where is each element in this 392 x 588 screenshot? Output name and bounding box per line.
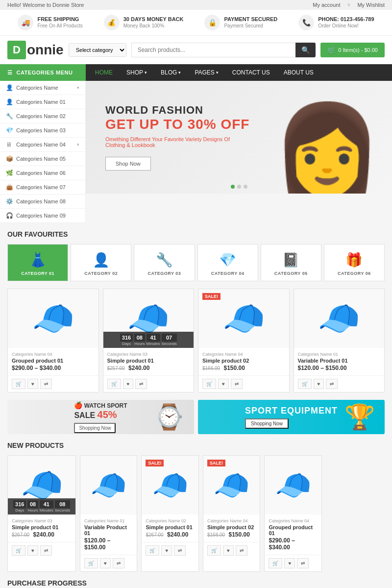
add-to-cart-button[interactable]: 🛒 (12, 545, 25, 556)
sport-image: 🏆 (344, 403, 375, 431)
sidebar-item-8[interactable]: ⚙️ Categories Name 08 (0, 195, 85, 209)
sidebar-item-7[interactable]: 👜 Categories Name 07 (0, 180, 85, 195)
dot-inactive[interactable] (237, 185, 241, 189)
category-box-6[interactable]: 🎁 CATEGORY 06 (324, 244, 385, 281)
product-name-2: Simple product 01 (107, 358, 190, 364)
category-icon: 🔧 (6, 113, 13, 120)
chevron-down-icon: ▾ (216, 70, 219, 75)
cart-button[interactable]: 🛒 0 Item(s) - $0.00 (320, 43, 385, 57)
search-button[interactable]: 🔍 (295, 43, 316, 57)
product-name-4: Variable Product 01 (298, 358, 381, 364)
product-category-1: Categories Name 04 (12, 352, 95, 357)
dot-active[interactable] (231, 185, 235, 189)
new-product-price-2: $267.00 $240.00 (146, 531, 194, 538)
product-price-4: $120.00 – $150.00 (298, 365, 381, 371)
wishlist-button[interactable]: ♥ (218, 379, 229, 389)
new-products-grid: 🧢 Categories Name 01 Variable Product 01… (80, 455, 322, 572)
content-area: OUR FAVOURITES 👗 CATEGORY 01 👤 CATEGORY … (0, 223, 392, 588)
categories-menu-button[interactable]: ☰ CATEGORIES MENU (0, 64, 86, 81)
category-icon: ⚙️ (6, 198, 13, 205)
product-timer: 316 Days 08 Hours 41 Minutes 07 Seconds (103, 332, 194, 348)
watch-image: ⌚ (154, 403, 184, 431)
wishlist-button[interactable]: ♥ (161, 545, 172, 556)
header: D onnie Select category 🔍 🛒 0 Item(s) - … (0, 36, 392, 64)
wishlist-button[interactable]: ♥ (100, 558, 111, 568)
category-box-3[interactable]: 🔧 CATEGORY 03 (134, 244, 195, 281)
compare-button[interactable]: ⇄ (174, 545, 186, 556)
compare-button[interactable]: ⇄ (326, 379, 338, 389)
nav-blog[interactable]: BLOG ▾ (154, 64, 188, 81)
new-product-name-3: Simple product 02 (207, 524, 256, 530)
compare-button[interactable]: ⇄ (231, 379, 243, 389)
nav-contact[interactable]: CONTACT US (225, 64, 277, 81)
dot-inactive[interactable] (244, 185, 247, 189)
compare-button[interactable]: ⇄ (135, 379, 147, 389)
watch-shop-button[interactable]: Shopping Now (74, 423, 116, 433)
logo[interactable]: D onnie (7, 41, 64, 59)
category-box-5[interactable]: 📓 CATEGORY 05 (261, 244, 321, 281)
shipping-title-4: PHONE: 0123-456-789 (318, 16, 374, 22)
sidebar-item-6[interactable]: 🌿 Categories Name 06 (0, 166, 85, 180)
add-to-cart-button[interactable]: 🛒 (298, 379, 312, 389)
my-account-link[interactable]: My account (313, 2, 340, 8)
sidebar-item-3[interactable]: 💎 Categories Name 03 (0, 123, 85, 138)
sidebar-item-1[interactable]: 👤 Categories Name 01 (0, 95, 85, 109)
nav-shop[interactable]: SHOP ▾ (120, 64, 154, 81)
product-price-1: $290.00 – $340.00 (12, 365, 95, 371)
sidebar-item-2[interactable]: 🔧 Categories Name 02 (0, 109, 85, 123)
search-input[interactable] (131, 43, 296, 57)
compare-button[interactable]: ⇄ (236, 545, 247, 556)
new-featured-product: SALE! 🧢 316 Days 08 Hours 41 (7, 455, 76, 572)
compare-button[interactable]: ⇄ (297, 558, 309, 568)
nav-home[interactable]: HOME (88, 64, 120, 81)
nav-pages[interactable]: PAGES ▾ (188, 64, 225, 81)
wishlist-button[interactable]: ♥ (123, 379, 134, 389)
wishlist-button[interactable]: ♥ (284, 558, 295, 568)
sidebar-item-label: Categories Name 05 (16, 156, 66, 162)
new-product-3: SALE! 🧢 Categories Name 04 Simple produc… (203, 455, 260, 572)
category-label-2: CATEGORY 02 (75, 271, 127, 276)
hero-image: 👩 (272, 105, 382, 194)
new-product-actions-4: 🛒 ♥ ⇄ (265, 555, 321, 571)
shipping-item-phone: 📞 PHONE: 0123-456-789 Order Online Now! (298, 15, 374, 30)
sale-badge-2: SALE! (146, 460, 164, 466)
add-to-cart-button[interactable]: 🛒 (12, 379, 25, 389)
add-to-cart-button[interactable]: 🛒 (202, 379, 216, 389)
category-icon: 🎧 (6, 212, 13, 219)
add-to-cart-button[interactable]: 🛒 (269, 558, 282, 568)
add-to-cart-button[interactable]: 🛒 (207, 545, 221, 556)
wishlist-button[interactable]: ♥ (223, 545, 234, 556)
sport-shop-button[interactable]: Shopping Now (245, 418, 289, 429)
product-category-2: Categories Name 03 (107, 352, 190, 357)
category-icon: 👤 (6, 98, 13, 105)
sidebar-item-9[interactable]: 🎧 Categories Name 09 (0, 209, 85, 223)
wishlist-button[interactable]: ♥ (27, 379, 38, 389)
category-box-4[interactable]: 💎 CATEGORY 04 (197, 244, 258, 281)
sidebar-item-4[interactable]: 🖥 Categories Name 04 ▾ (0, 138, 85, 152)
category-select[interactable]: Select category (69, 43, 126, 57)
sidebar-item-0[interactable]: 👤 Categories Name ▾ (0, 81, 85, 95)
sidebar-item-label: Categories Name 02 (16, 113, 66, 119)
compare-button[interactable]: ⇄ (40, 379, 52, 389)
add-to-cart-button[interactable]: 🛒 (146, 545, 159, 556)
compare-button[interactable]: ⇄ (113, 558, 124, 568)
sidebar-item-5[interactable]: 📦 Categories Name 05 (0, 152, 85, 166)
shop-now-button[interactable]: Shop Now (105, 157, 151, 171)
hero-content: WORLD FASHION GET UP TO 30% OFF Omething… (86, 89, 269, 185)
logo-text: onnie (27, 42, 64, 58)
wishlist-button[interactable]: ♥ (314, 379, 324, 389)
wishlist-button[interactable]: ♥ (27, 545, 38, 556)
new-product-cat-1: Categories Name 01 (84, 518, 133, 523)
my-wishlist-link[interactable]: My Wishlist (357, 2, 385, 8)
hero-area: WORLD FASHION GET UP TO 30% OFF Omething… (86, 81, 392, 223)
nav-about[interactable]: ABOUT US (277, 64, 320, 81)
add-to-cart-button[interactable]: 🛒 (84, 558, 98, 568)
product-actions-4: 🛒 ♥ ⇄ (294, 375, 385, 392)
category-box-2[interactable]: 👤 CATEGORY 02 (71, 244, 131, 281)
sidebar-item-label: Categories Name 03 (16, 127, 66, 133)
category-box-1[interactable]: 👗 CATEGORY 01 (7, 244, 68, 281)
product-actions-1: 🛒 ♥ ⇄ (8, 375, 98, 392)
compare-button[interactable]: ⇄ (40, 545, 52, 556)
new-product-name-1: Variable Product 01 (84, 524, 133, 536)
add-to-cart-button[interactable]: 🛒 (107, 379, 121, 389)
